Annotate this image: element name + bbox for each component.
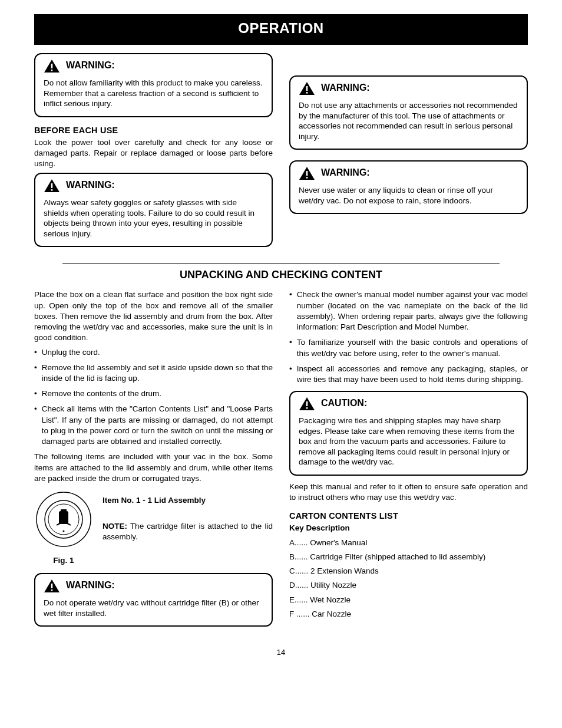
svg-rect-15 — [51, 589, 53, 591]
list-item: •Remove the contents of the drum. — [34, 388, 273, 399]
warning-icon — [44, 179, 60, 195]
list-text: Check the owner's manual model number ag… — [297, 289, 528, 332]
carton-item: B...... Cartridge Filter (shipped attach… — [289, 552, 528, 562]
paragraph-keep-manual: Keep this manual and refer to it often t… — [289, 482, 528, 503]
warning-label: WARNING: — [66, 580, 115, 591]
svg-rect-2 — [51, 183, 53, 188]
carton-item: F ...... Car Nozzle — [289, 609, 528, 620]
warning-label: WARNING: — [321, 83, 370, 93]
warning-label: WARNING: — [321, 167, 370, 178]
lid-assembly-icon — [34, 490, 93, 551]
warning-icon — [44, 579, 60, 595]
svg-rect-7 — [306, 177, 308, 179]
warning-label: WARNING: — [66, 180, 115, 190]
carton-item: D...... Utility Nozzle — [289, 580, 528, 591]
note-text: NOTE: The cartridge filter is attached t… — [103, 521, 273, 542]
section-subtitle: UNPACKING AND CHECKING CONTENT — [34, 269, 528, 281]
list-item: •To familiarize yourself with the basic … — [289, 337, 528, 358]
bullet-dot: • — [289, 337, 292, 358]
svg-rect-12 — [61, 509, 67, 512]
carton-contents-cols: Key Description — [289, 523, 528, 533]
bullet-dot: • — [289, 364, 292, 385]
before-each-use-text: Look the power tool over carefully and c… — [34, 137, 273, 170]
svg-rect-1 — [51, 70, 53, 71]
list-text: Remove the contents of the drum. — [42, 388, 161, 399]
figure-heading: Item No. 1 - 1 Lid Assembly — [103, 495, 273, 506]
warning-box-careless: WARNING: Do not allow familiarity with t… — [34, 53, 273, 117]
warning-box-water: WARNING: Never use water or any liquids … — [289, 160, 528, 214]
before-each-use-heading: BEFORE EACH USE — [34, 126, 273, 135]
warning-box-attachments: WARNING: Do not use any attachments or a… — [289, 75, 528, 150]
caution-box-packaging: CAUTION: Packaging wire ties and shippin… — [289, 391, 528, 476]
warning-icon — [299, 81, 315, 98]
list-item: •Inspect all accessories and remove any … — [289, 364, 528, 385]
figure-caption: Fig. 1 — [34, 556, 93, 565]
svg-rect-14 — [51, 584, 53, 588]
carton-item: C...... 2 Extension Wands — [289, 566, 528, 577]
page-title: OPERATION — [34, 14, 528, 45]
section-divider — [62, 263, 500, 264]
list-text: Inspect all accessories and remove any p… — [297, 364, 528, 385]
page-number: 14 — [34, 648, 528, 657]
carton-item: A...... Owner's Manual — [289, 538, 528, 548]
paragraph-unpack: Place the box on a clean flat surface an… — [34, 289, 273, 343]
list-item: •Unplug the cord. — [34, 347, 273, 358]
svg-rect-11 — [59, 511, 68, 524]
warning-icon — [299, 397, 315, 413]
caution-label: CAUTION: — [321, 398, 367, 409]
bullet-dot: • — [34, 363, 37, 384]
svg-rect-4 — [306, 86, 308, 91]
list-text: Unplug the cord. — [42, 347, 100, 358]
svg-rect-3 — [51, 189, 53, 191]
svg-rect-16 — [306, 401, 308, 406]
svg-rect-17 — [306, 407, 308, 409]
warning-label: WARNING: — [66, 60, 115, 71]
warning-text: Never use water or any liquids to clean … — [299, 185, 518, 206]
warning-icon — [299, 166, 315, 183]
carton-item: E...... Wet Nozzle — [289, 595, 528, 605]
carton-contents-heading: CARTON CONTENTS LIST — [289, 511, 528, 521]
warning-icon — [44, 59, 60, 75]
bullet-dot: • — [289, 289, 292, 332]
warning-text: Do not operate wet/dry vac without cartr… — [44, 598, 263, 618]
bullet-dot: • — [34, 404, 37, 447]
list-item: •Check the owner's manual model number a… — [289, 289, 528, 332]
list-item: •Check all items with the "Carton Conten… — [34, 404, 273, 447]
caution-text: Packaging wire ties and shipping staples… — [299, 416, 518, 467]
warning-box-goggles: WARNING: Always wear safety goggles or s… — [34, 173, 273, 247]
bullet-dot: • — [34, 347, 37, 358]
svg-point-13 — [63, 530, 65, 532]
list-text: Remove the lid assembly and set it aside… — [42, 363, 273, 384]
svg-rect-0 — [51, 64, 53, 68]
warning-text: Always wear safety goggles or safety gla… — [44, 197, 263, 239]
warning-text: Do not use any attachments or accessorie… — [299, 100, 518, 141]
list-item: •Remove the lid assembly and set it asid… — [34, 363, 273, 384]
warning-text: Do not allow familiarity with this produ… — [44, 78, 263, 109]
svg-rect-5 — [306, 92, 308, 94]
figure-lid-assembly: Item No. 1 - 1 Lid Assembly NOTE: The ca… — [34, 490, 273, 551]
bullet-dot: • — [34, 388, 37, 399]
list-text: To familiarize yourself with the basic c… — [297, 337, 528, 358]
list-text: Check all items with the "Carton Content… — [42, 404, 273, 447]
paragraph-included: The following items are included with yo… — [34, 452, 273, 484]
warning-box-filter: WARNING: Do not operate wet/dry vac with… — [34, 573, 273, 627]
svg-rect-6 — [306, 171, 308, 176]
